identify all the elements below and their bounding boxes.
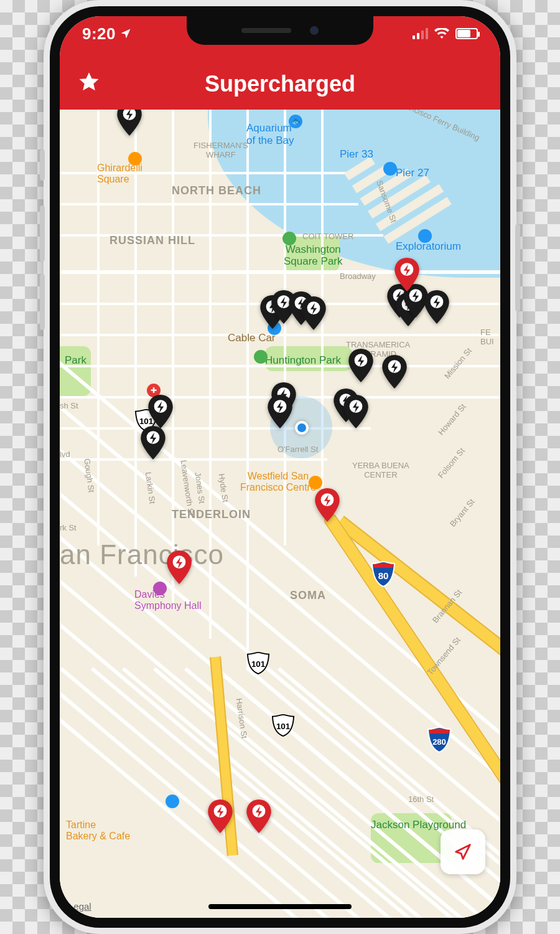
poi-dot-icon: [418, 229, 432, 243]
poi-label: Huntington Park: [265, 355, 341, 367]
wifi-icon: [434, 28, 449, 39]
poi-dot-icon: [166, 795, 179, 808]
charger-pin-black[interactable]: [381, 355, 408, 389]
app-title: Supercharged: [205, 71, 355, 97]
battery-icon: [455, 28, 478, 39]
legal-link[interactable]: Legal: [68, 901, 91, 912]
poi-dot-icon: [309, 476, 322, 489]
charger-pin-red[interactable]: [314, 488, 340, 522]
power-button: [515, 224, 520, 311]
street-label: rk St: [60, 523, 77, 532]
district-label: TENDERLOIN: [172, 508, 251, 521]
charger-pin-black[interactable]: [348, 349, 374, 382]
charger-pin-black[interactable]: [343, 395, 369, 428]
poi-label: Washington Square Park: [284, 244, 343, 267]
district-label: RUSSIAN HILL: [110, 234, 195, 247]
charger-pin-black[interactable]: [140, 426, 166, 460]
poi-label: Cable Car: [228, 333, 276, 344]
poi-dot-icon: [282, 232, 296, 245]
street-label: 16th St: [408, 795, 434, 804]
charger-pin-red[interactable]: [246, 800, 272, 833]
poi-dot-icon: [153, 582, 167, 595]
location-arrow-icon: [452, 841, 474, 862]
status-time: 9:20: [82, 24, 116, 44]
poi-label: Park: [65, 355, 86, 367]
charger-pin-red[interactable]: [166, 550, 192, 584]
map-canvas[interactable]: NORTH BEACH RUSSIAN HILL TENDERLOIN SOMA…: [60, 110, 500, 918]
interstate-shield: 80: [371, 560, 396, 588]
poi-dot-icon: 🐟: [289, 115, 302, 128]
poi-label: Pier 33: [340, 148, 373, 161]
charger-pin-black[interactable]: [147, 395, 174, 428]
charger-pin-red[interactable]: [207, 800, 233, 833]
notch: [187, 16, 373, 45]
charger-pin-black[interactable]: [116, 110, 142, 136]
poi-dot-icon: [128, 152, 142, 166]
poi-label: Pier 27: [396, 167, 429, 179]
street-label: sh St: [60, 401, 78, 410]
phone-device: 9:20 Supercharged: [44, 0, 516, 934]
svg-text:80: 80: [378, 570, 389, 581]
screen: 9:20 Supercharged: [60, 16, 500, 918]
district-label: SOMA: [290, 589, 326, 602]
street-label: O'Farrell St: [278, 445, 318, 454]
svg-text:101: 101: [276, 722, 291, 731]
poi-label: YERBA BUENA CENTER: [352, 461, 409, 479]
mute-switch: [40, 149, 45, 181]
street-label: Broadway: [340, 271, 376, 281]
poi-label: Ghirardelli Square: [97, 163, 142, 185]
city-label: an Francisco: [60, 539, 224, 570]
user-location-dot: [295, 421, 309, 435]
charger-pin-black[interactable]: [267, 395, 293, 428]
poi-label: Tartine Bakery & Cafe: [66, 819, 130, 842]
poi-label: Davies Symphony Hall: [134, 589, 202, 611]
signal-icon: [413, 28, 428, 39]
location-arrow-icon: [119, 27, 132, 40]
us-route-shield: 101: [246, 651, 270, 675]
favorites-button[interactable]: [77, 70, 101, 100]
charger-pin-black[interactable]: [301, 296, 327, 330]
poi-label: FE BUI: [480, 328, 494, 346]
us-route-shield: 101: [271, 714, 295, 737]
volume-up-button: [40, 205, 45, 262]
poi-label: Westfield San Francisco Centre: [240, 471, 316, 493]
svg-text:101: 101: [251, 659, 266, 669]
street-label: lvd: [60, 450, 70, 459]
home-indicator[interactable]: [208, 904, 352, 909]
poi-label: COIT TOWER: [302, 232, 353, 241]
district-label: FISHERMAN'S WHARF: [194, 141, 248, 159]
poi-dot-icon: [254, 350, 268, 364]
poi-label: Exploratorium: [396, 240, 461, 253]
poi-label: Aquarium of the Bay: [246, 122, 294, 147]
district-label: NORTH BEACH: [172, 184, 261, 197]
poi-dot-icon: [383, 162, 397, 176]
interstate-shield: 280: [427, 726, 452, 753]
svg-text:280: 280: [432, 737, 446, 747]
charger-pin-black[interactable]: [424, 290, 450, 324]
charger-pin-red[interactable]: [394, 258, 420, 291]
volume-down-button: [40, 274, 45, 330]
locate-me-button[interactable]: [441, 829, 485, 874]
